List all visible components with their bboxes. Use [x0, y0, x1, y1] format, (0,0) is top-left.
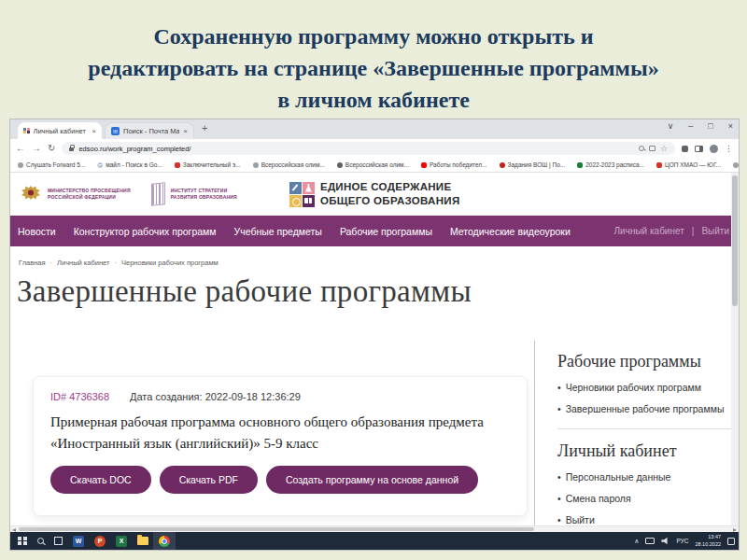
site-header: МИНИСТЕРСТВО ПРОСВЕЩЕНИЯ РОССИЙСКОЙ ФЕДЕ…	[10, 173, 739, 216]
bookmark-item[interactable]: Gмайл - Поиск в Go...	[97, 161, 162, 168]
zoom-icon[interactable]	[639, 146, 644, 151]
bookmark-favicon	[175, 162, 180, 168]
volume-icon[interactable]	[661, 537, 669, 545]
word-icon[interactable]: W	[73, 536, 84, 547]
page-title: Завершенные рабочие программы	[17, 274, 739, 309]
sidebar-item-personal-data[interactable]: Персональные данные	[557, 471, 731, 483]
vertical-scrollbar-thumb[interactable]	[732, 175, 738, 306]
window-minimize-button[interactable]: –	[688, 121, 693, 131]
share-icon[interactable]	[649, 146, 655, 151]
taskbar-search-icon[interactable]	[37, 538, 44, 544]
bookmark-item[interactable]: Заключительный э...	[175, 161, 241, 168]
extensions-icon[interactable]	[682, 146, 688, 152]
tab-mail-search[interactable]: ✉ Поиск - Почта Mail... ×	[105, 122, 194, 139]
bookmark-label: Всероссийская олим...	[345, 161, 409, 168]
download-doc-button[interactable]: Скачать DOC	[50, 466, 151, 494]
bookmark-item[interactable]: Работы победител...	[421, 161, 487, 168]
clock-icon	[289, 195, 302, 207]
new-tab-button[interactable]: +	[202, 122, 207, 133]
language-indicator[interactable]: РУС	[676, 538, 688, 544]
chrome-taskbar-button[interactable]	[153, 532, 176, 550]
horizontal-scrollbar[interactable]	[10, 525, 739, 532]
bookmark-label: Заключительный э...	[183, 161, 241, 168]
sidebar-heading-account: Личный кабинет	[557, 441, 731, 461]
nav-item-subjects[interactable]: Учебные предметы	[234, 226, 322, 237]
file-explorer-icon[interactable]	[137, 537, 148, 545]
bookmark-star-icon[interactable]: ☆	[660, 145, 668, 153]
sidebar-item-logout[interactable]: Выйти	[557, 514, 731, 525]
download-pdf-button[interactable]: Скачать PDF	[160, 466, 258, 494]
profile-avatar[interactable]	[710, 145, 718, 153]
task-view-icon[interactable]	[54, 537, 63, 545]
tab-title: Поиск - Почта Mail...	[123, 127, 179, 135]
start-button-icon[interactable]	[18, 537, 27, 546]
nav-item-news[interactable]: Новости	[18, 226, 56, 237]
bookmark-item[interactable]: Всероссийская олим...	[337, 161, 409, 168]
slide-title-line-3: в личном кабинете	[0, 84, 747, 116]
powerpoint-icon[interactable]: P	[94, 536, 106, 547]
vertical-scrollbar[interactable]	[731, 173, 739, 525]
taskbar-clock[interactable]: 13:47 28.10.2022	[695, 534, 721, 548]
forward-icon[interactable]: →	[32, 144, 41, 153]
bookmark-label: Работы победител...	[430, 161, 487, 168]
notifications-icon[interactable]	[727, 538, 735, 545]
address-bar[interactable]: edsoo.ru/work_program_completed/ ☆	[62, 142, 675, 155]
window-dropdown-icon[interactable]: ∨	[668, 121, 674, 131]
ministry-logo: МИНИСТЕРСТВО ПРОСВЕЩЕНИЯ РОССИЙСКОЙ ФЕДЕ…	[20, 183, 131, 205]
bookmark-label: Всероссийская олим...	[261, 161, 325, 168]
bookmark-item[interactable]: Задания ВОШ | По...	[500, 161, 566, 168]
browser-tab-bar: Личный кабинет × ✉ Поиск - Почта Mail...…	[10, 119, 739, 139]
bookmark-item[interactable]: Слушать Forward 5...	[18, 161, 85, 168]
bookmark-item[interactable]: 2022-2023 расписа...	[577, 161, 644, 168]
tab-close-icon[interactable]: ×	[183, 127, 188, 135]
nav-item-video-lessons[interactable]: Методические видеоуроки	[450, 226, 571, 237]
horizontal-scrollbar-thumb[interactable]	[19, 527, 534, 531]
nav-item-constructor[interactable]: Конструктор рабочих программ	[74, 226, 217, 237]
bookmark-label: Задания ВОШ | По...	[508, 161, 566, 168]
browser-menu-icon[interactable]: ⋮	[725, 145, 733, 153]
create-from-program-button[interactable]: Создать программу на основе данной	[266, 466, 478, 494]
breadcrumb-home[interactable]: Главная	[19, 259, 46, 267]
tab-close-icon[interactable]: ×	[92, 127, 96, 135]
network-icon[interactable]	[645, 538, 655, 544]
bookmark-favicon	[421, 162, 427, 168]
url-text[interactable]: edsoo.ru/work_program_completed/	[78, 145, 634, 153]
sidebar-item-drafts[interactable]: Черновики рабочих программ	[557, 382, 731, 393]
bookmark-favicon: G	[97, 162, 103, 168]
nav-item-account[interactable]: Личный кабинет	[614, 226, 684, 236]
window-maximize-button[interactable]: □	[708, 121, 712, 131]
bookmark-favicon	[253, 162, 259, 168]
refresh-icon[interactable]: ↻	[48, 144, 55, 153]
bookmark-item[interactable]: ЦОП ХМАО — ЮГ...	[656, 161, 721, 168]
tray-expand-icon[interactable]: ∧	[634, 538, 639, 545]
nav-item-logout[interactable]: Выйти	[701, 226, 729, 236]
sidebar-item-change-password[interactable]: Смена пароля	[557, 493, 731, 504]
tab-personal-account[interactable]: Личный кабинет ×	[18, 122, 102, 139]
flask-icon	[303, 182, 315, 194]
nav-item-programs[interactable]: Рабочие программы	[340, 226, 432, 237]
building-icon	[151, 182, 165, 206]
program-meta: ID# 4736368 Дата создания: 2022-09-18 12…	[50, 391, 510, 402]
scroll-right-arrow-icon[interactable]	[733, 528, 737, 532]
program-title[interactable]: Примерная рабочая программа основного об…	[50, 412, 497, 454]
bookmark-favicon	[500, 162, 505, 168]
pencil-icon	[289, 182, 302, 194]
institute-logo-line: РАЗВИТИЯ ОБРАЗОВАНИЯ	[171, 194, 237, 202]
excel-icon[interactable]: X	[116, 536, 127, 547]
breadcrumb-account[interactable]: Личный кабинет	[50, 259, 110, 267]
sidebar-heading-programs: Рабочие программы	[557, 352, 731, 371]
breadcrumb-drafts[interactable]: Черновики рабочих программ	[114, 259, 218, 267]
bookmark-favicon	[18, 162, 23, 168]
bookmark-favicon	[733, 162, 739, 168]
back-icon[interactable]: ←	[16, 144, 25, 153]
bookmark-item[interactable]: Forward 5 класс ра...	[733, 161, 739, 168]
scroll-left-arrow-icon[interactable]	[12, 528, 16, 532]
lock-icon	[69, 147, 74, 151]
side-panel-icon[interactable]	[695, 146, 703, 152]
edsoo-logo-line: ОБЩЕГО ОБРАЗОВАНИЯ	[320, 194, 460, 208]
program-id: ID# 4736368	[50, 391, 109, 402]
sidebar-item-completed[interactable]: Завершенные рабочие программы	[557, 403, 731, 414]
window-close-button[interactable]: ×	[728, 121, 733, 131]
slide: Сохраненную программу можно открыть и ре…	[0, 0, 747, 560]
bookmark-item[interactable]: Всероссийская олим...	[253, 161, 325, 168]
